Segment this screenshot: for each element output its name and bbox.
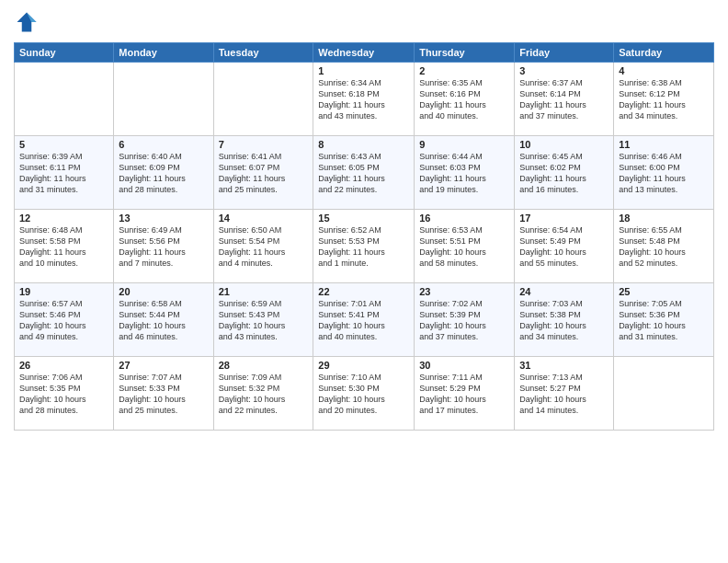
day-number: 21 [219,286,309,297]
calendar-cell: 26Sunrise: 7:06 AM Sunset: 5:35 PM Dayli… [15,357,114,431]
day-info: Sunrise: 6:53 AM Sunset: 5:51 PM Dayligh… [419,224,509,270]
day-number: 5 [19,139,108,150]
weekday-header-friday: Friday [515,43,614,63]
calendar-cell: 10Sunrise: 6:45 AM Sunset: 6:02 PM Dayli… [515,136,614,210]
calendar-cell: 11Sunrise: 6:46 AM Sunset: 6:00 PM Dayli… [614,136,714,210]
day-info: Sunrise: 7:05 AM Sunset: 5:36 PM Dayligh… [619,298,709,343]
calendar-cell: 16Sunrise: 6:53 AM Sunset: 5:51 PM Dayli… [415,210,515,283]
day-info: Sunrise: 7:06 AM Sunset: 5:35 PM Dayligh… [19,372,108,417]
day-info: Sunrise: 7:03 AM Sunset: 5:38 PM Dayligh… [519,298,609,343]
day-number: 23 [419,286,509,297]
day-number: 10 [519,139,609,150]
week-row-3: 12Sunrise: 6:48 AM Sunset: 5:58 PM Dayli… [15,210,714,283]
weekday-header-wednesday: Wednesday [313,43,415,63]
day-number: 1 [318,65,409,76]
day-info: Sunrise: 6:45 AM Sunset: 6:02 PM Dayligh… [519,151,609,196]
calendar-cell: 24Sunrise: 7:03 AM Sunset: 5:38 PM Dayli… [515,283,614,357]
calendar-cell: 13Sunrise: 6:49 AM Sunset: 5:56 PM Dayli… [114,210,213,283]
calendar: SundayMondayTuesdayWednesdayThursdayFrid… [14,42,714,431]
calendar-cell: 4Sunrise: 6:38 AM Sunset: 6:12 PM Daylig… [614,63,714,136]
day-number: 24 [519,286,609,297]
weekday-header-tuesday: Tuesday [213,43,313,63]
day-info: Sunrise: 7:07 AM Sunset: 5:33 PM Dayligh… [119,372,208,417]
day-info: Sunrise: 6:38 AM Sunset: 6:12 PM Dayligh… [619,77,709,122]
day-info: Sunrise: 6:39 AM Sunset: 6:11 PM Dayligh… [19,151,108,196]
day-info: Sunrise: 6:55 AM Sunset: 5:48 PM Dayligh… [619,224,709,270]
calendar-cell: 9Sunrise: 6:44 AM Sunset: 6:03 PM Daylig… [415,136,515,210]
weekday-header-saturday: Saturday [614,43,714,63]
calendar-cell: 30Sunrise: 7:11 AM Sunset: 5:29 PM Dayli… [415,357,515,431]
day-number: 8 [318,139,409,150]
calendar-cell: 22Sunrise: 7:01 AM Sunset: 5:41 PM Dayli… [313,283,415,357]
calendar-cell: 8Sunrise: 6:43 AM Sunset: 6:05 PM Daylig… [313,136,415,210]
day-number: 6 [119,139,208,150]
day-info: Sunrise: 7:11 AM Sunset: 5:29 PM Dayligh… [419,372,509,417]
day-number: 17 [519,213,609,224]
day-number: 13 [119,213,208,224]
weekday-header-sunday: Sunday [15,43,114,63]
day-number: 16 [419,213,509,224]
day-number: 19 [19,286,108,297]
day-number: 30 [419,360,509,371]
day-number: 25 [619,286,709,297]
calendar-cell: 31Sunrise: 7:13 AM Sunset: 5:27 PM Dayli… [515,357,614,431]
day-number: 7 [219,139,309,150]
header [14,9,714,35]
day-number: 31 [519,360,609,371]
calendar-cell: 12Sunrise: 6:48 AM Sunset: 5:58 PM Dayli… [15,210,114,283]
day-info: Sunrise: 6:46 AM Sunset: 6:00 PM Dayligh… [619,151,709,196]
calendar-cell: 3Sunrise: 6:37 AM Sunset: 6:14 PM Daylig… [515,63,614,136]
calendar-cell: 2Sunrise: 6:35 AM Sunset: 6:16 PM Daylig… [415,63,515,136]
week-row-4: 19Sunrise: 6:57 AM Sunset: 5:46 PM Dayli… [15,283,714,357]
calendar-cell: 15Sunrise: 6:52 AM Sunset: 5:53 PM Dayli… [313,210,415,283]
calendar-cell: 25Sunrise: 7:05 AM Sunset: 5:36 PM Dayli… [614,283,714,357]
day-number: 12 [19,213,108,224]
day-number: 28 [219,360,309,371]
day-info: Sunrise: 6:48 AM Sunset: 5:58 PM Dayligh… [19,224,108,270]
weekday-header-row: SundayMondayTuesdayWednesdayThursdayFrid… [15,43,714,63]
day-info: Sunrise: 6:59 AM Sunset: 5:43 PM Dayligh… [219,298,309,343]
day-info: Sunrise: 6:49 AM Sunset: 5:56 PM Dayligh… [119,224,208,270]
day-info: Sunrise: 6:35 AM Sunset: 6:16 PM Dayligh… [419,77,509,122]
calendar-cell [213,63,313,136]
calendar-cell: 6Sunrise: 6:40 AM Sunset: 6:09 PM Daylig… [114,136,213,210]
day-info: Sunrise: 6:58 AM Sunset: 5:44 PM Dayligh… [119,298,208,343]
calendar-cell: 14Sunrise: 6:50 AM Sunset: 5:54 PM Dayli… [213,210,313,283]
calendar-cell: 29Sunrise: 7:10 AM Sunset: 5:30 PM Dayli… [313,357,415,431]
logo [14,9,43,35]
day-info: Sunrise: 6:40 AM Sunset: 6:09 PM Dayligh… [119,151,208,196]
day-info: Sunrise: 6:43 AM Sunset: 6:05 PM Dayligh… [318,151,409,196]
day-number: 22 [318,286,409,297]
day-number: 11 [619,139,709,150]
day-info: Sunrise: 6:52 AM Sunset: 5:53 PM Dayligh… [318,224,409,270]
day-info: Sunrise: 7:02 AM Sunset: 5:39 PM Dayligh… [419,298,509,343]
calendar-cell: 27Sunrise: 7:07 AM Sunset: 5:33 PM Dayli… [114,357,213,431]
day-number: 26 [19,360,108,371]
calendar-cell [114,63,213,136]
day-number: 9 [419,139,509,150]
logo-icon [14,9,40,35]
day-number: 3 [519,65,609,76]
day-number: 27 [119,360,208,371]
week-row-5: 26Sunrise: 7:06 AM Sunset: 5:35 PM Dayli… [15,357,714,431]
calendar-cell: 21Sunrise: 6:59 AM Sunset: 5:43 PM Dayli… [213,283,313,357]
day-info: Sunrise: 6:41 AM Sunset: 6:07 PM Dayligh… [219,151,309,196]
day-info: Sunrise: 7:09 AM Sunset: 5:32 PM Dayligh… [219,372,309,417]
calendar-cell: 19Sunrise: 6:57 AM Sunset: 5:46 PM Dayli… [15,283,114,357]
calendar-cell: 1Sunrise: 6:34 AM Sunset: 6:18 PM Daylig… [313,63,415,136]
calendar-cell: 7Sunrise: 6:41 AM Sunset: 6:07 PM Daylig… [213,136,313,210]
day-info: Sunrise: 6:57 AM Sunset: 5:46 PM Dayligh… [19,298,108,343]
calendar-cell: 28Sunrise: 7:09 AM Sunset: 5:32 PM Dayli… [213,357,313,431]
calendar-cell: 17Sunrise: 6:54 AM Sunset: 5:49 PM Dayli… [515,210,614,283]
day-info: Sunrise: 7:13 AM Sunset: 5:27 PM Dayligh… [519,372,609,417]
calendar-cell: 23Sunrise: 7:02 AM Sunset: 5:39 PM Dayli… [415,283,515,357]
day-number: 15 [318,213,409,224]
day-info: Sunrise: 6:50 AM Sunset: 5:54 PM Dayligh… [219,224,309,270]
weekday-header-monday: Monday [114,43,213,63]
weekday-header-thursday: Thursday [415,43,515,63]
day-info: Sunrise: 6:34 AM Sunset: 6:18 PM Dayligh… [318,77,409,122]
day-number: 20 [119,286,208,297]
calendar-cell: 18Sunrise: 6:55 AM Sunset: 5:48 PM Dayli… [614,210,714,283]
day-info: Sunrise: 6:37 AM Sunset: 6:14 PM Dayligh… [519,77,609,122]
day-info: Sunrise: 7:01 AM Sunset: 5:41 PM Dayligh… [318,298,409,343]
